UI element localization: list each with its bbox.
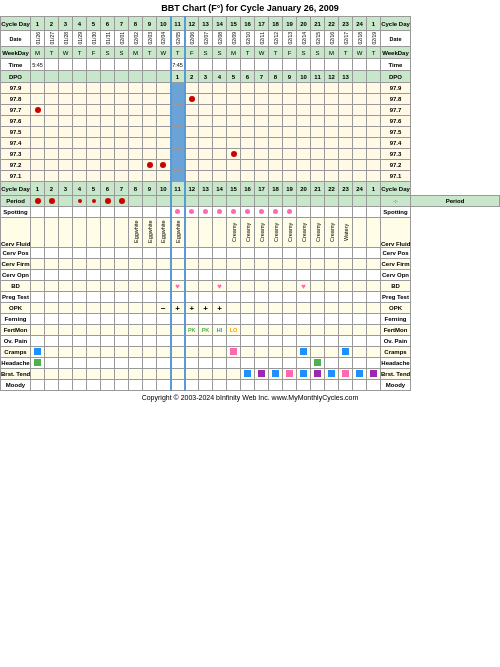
cd-3: 3 [59,17,73,31]
temp-label-97-9: 97.9 [1,83,31,94]
date-label: Date [1,31,31,47]
cycle-day-bottom-label-left: Cycle Day [1,182,31,196]
t21-979 [311,83,325,94]
t9-979 [143,83,157,94]
time-20 [297,59,311,71]
date-3: 01/28 [59,31,73,47]
wd-5: F [87,47,101,59]
wd-6: S [101,47,115,59]
time-8 [129,59,143,71]
date-18: 02/12 [269,31,283,47]
wd-14: S [213,47,227,59]
bt-18 [269,369,283,380]
t10-979 [157,83,171,94]
temp-row-97-4: 97.4 97.4 [1,138,500,149]
t16-979 [241,83,255,94]
cervfluid-label: Cerv Fluid [1,218,31,248]
time-17 [255,59,269,71]
wd-16: T [241,47,255,59]
date-14: 02/08 [213,31,227,47]
t7-979 [115,83,129,94]
t12-978 [185,94,199,105]
date-2: 01/27 [45,31,59,47]
cd-11: 11 [171,17,185,31]
dpo-6 [101,71,115,83]
fertmon-label: FertMon [1,325,31,336]
cd-21: 21 [311,17,325,31]
cd-18: 18 [269,17,283,31]
cd-4: 4 [73,17,87,31]
t18-979 [269,83,283,94]
period-label-right: Period [411,196,500,207]
dpo-23: 13 [339,71,353,83]
temp-row-97-8: 97.8 97.8 [1,94,500,105]
wd-21: S [311,47,325,59]
temp-right-973: 97.3 [381,149,411,160]
moody-row: Moody Moody [1,380,500,391]
cramps-20 [297,347,311,358]
cervopn-label-right: Cerv Opn [381,270,411,281]
time-16 [241,59,255,71]
time-1: 5:45 [31,59,45,71]
dpo-19: 9 [283,71,297,83]
bd-label: BD [1,281,31,292]
time-row: Time 5:45 7:45 Time [1,59,500,71]
date-21: 02/15 [311,31,325,47]
wd-11: T [171,47,185,59]
bt-25 [367,369,381,380]
time-25 [367,59,381,71]
temp-row-97-3: 97.3 97.3 [1,149,500,160]
weekday-label: WeekDay [1,47,31,59]
temp-right-977: 97.7 [381,105,411,116]
fertmon-pk1: PK [185,325,199,336]
t2-979 [45,83,59,94]
dpo-11: 1 [171,71,185,83]
t14-979 [213,83,227,94]
date-17: 02/11 [255,31,269,47]
time-23 [339,59,353,71]
temp-right-979: 97.9 [381,83,411,94]
t3-979 [59,83,73,94]
wd-4: T [73,47,87,59]
dpo-25 [367,71,381,83]
dpo-5 [87,71,101,83]
cramps-15 [227,347,241,358]
wd-9: T [143,47,157,59]
brsttend-label: Brst. Tend. [1,369,31,380]
t1-979 [31,83,45,94]
spotting-label: Spotting [1,207,31,218]
opk-minus: − [157,303,171,314]
dpo-label-right: DPO [381,71,411,83]
cd-24: 24 [353,17,367,31]
bt-19 [283,369,297,380]
dpo-9 [143,71,157,83]
t13-979 [199,83,213,94]
dpo-3 [59,71,73,83]
bt-21 [311,369,325,380]
date-24: 02/18 [353,31,367,47]
cramps-row: Cramps Cramps [1,347,500,358]
ferning-row: Ferning Ferning [1,314,500,325]
cervopn-label: Cerv Opn [1,270,31,281]
bt-22 [325,369,339,380]
dpo-20: 10 [297,71,311,83]
ovpain-row: Ov. Pain Ov. Pain [1,336,500,347]
bt-24 [353,369,367,380]
cd-14: 14 [213,17,227,31]
moody-label: Moody [1,380,31,391]
t20-979 [297,83,311,94]
time-4 [73,59,87,71]
bt-16 [241,369,255,380]
dpo-14: 4 [213,71,227,83]
temp-label-97-2: 97.2 [1,160,31,171]
time-18 [269,59,283,71]
cd-2: 2 [45,17,59,31]
temp-row-97-9: 97.9 97.9 [1,83,500,94]
wd-17: W [255,47,269,59]
dpo-row: DPO 1 2 3 4 5 6 7 8 9 10 11 12 13 DPO [1,71,500,83]
t6-979 [101,83,115,94]
date-23: 02/17 [339,31,353,47]
ovpain-label: Ov. Pain [1,336,31,347]
cd-9: 9 [143,17,157,31]
ferning-label: Ferning [1,314,31,325]
